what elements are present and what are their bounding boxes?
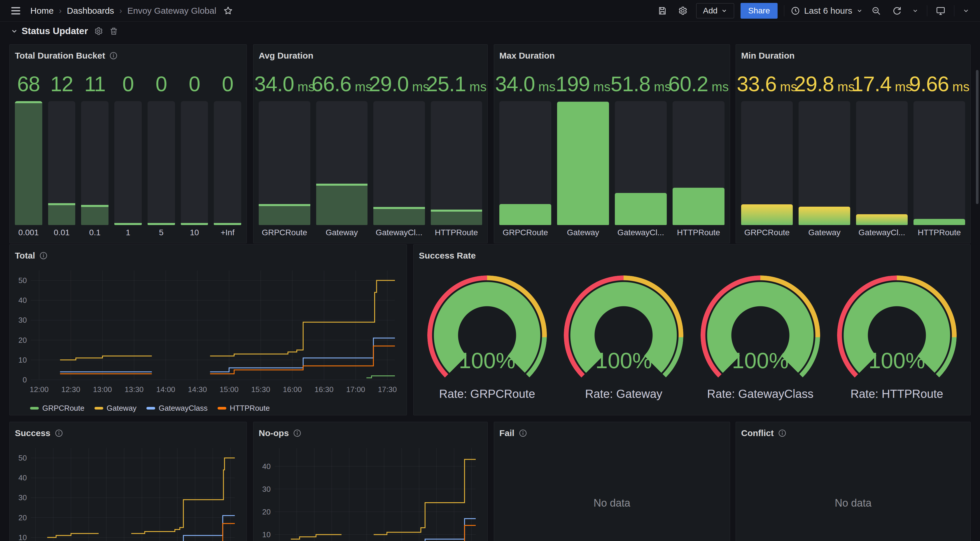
scrollbar-thumb[interactable] [976, 70, 978, 204]
gauge-value-arc [837, 276, 957, 395]
gauge-cell: 100%Rate: Gateway [555, 265, 692, 411]
bar-track [115, 101, 142, 225]
bar-value: 25.1ms [431, 67, 482, 97]
legend-item-grpcroute[interactable]: GRPCRoute [30, 404, 84, 413]
bar-value: 34.0ms [500, 67, 551, 97]
share-button[interactable]: Share [741, 3, 778, 19]
row-settings-gear-icon[interactable] [94, 27, 103, 36]
bar-category-label: 0.001 [15, 225, 42, 238]
panel-header[interactable]: Total Duration Bucket [15, 49, 241, 63]
chart-canvas: 12:0012:3013:0013:3014:0014:3015:0015:30… [259, 441, 482, 541]
zoom-out-icon[interactable] [869, 4, 883, 18]
x-axis-tick-label: 12:30 [61, 385, 80, 394]
panel-title: Success [15, 428, 51, 438]
bar-category-label: 0.1 [81, 225, 108, 238]
info-icon[interactable] [109, 51, 118, 60]
time-range-picker[interactable]: Last 6 hours [791, 6, 863, 16]
gauge-row: 100%Rate: GRPCRoute100%Rate: Gateway100%… [419, 265, 965, 411]
divider [927, 5, 927, 16]
panel-title: Total Duration Bucket [15, 51, 105, 60]
panel-header[interactable]: Success [15, 426, 241, 440]
row-delete-trash-icon[interactable] [109, 27, 118, 36]
bar-track [148, 101, 175, 225]
add-button[interactable]: Add [696, 3, 734, 18]
refresh-interval-chevron-icon[interactable] [910, 4, 921, 18]
refresh-icon[interactable] [889, 4, 904, 18]
bar-value: 60.2ms [673, 67, 724, 97]
panel-avg-duration: Avg Duration 34.0msGRPCRoute66.6msGatewa… [253, 44, 488, 243]
breadcrumb-dashboards[interactable]: Dashboards [67, 6, 114, 16]
legend-item-httproute[interactable]: HTTPRoute [218, 404, 270, 413]
divider [784, 5, 784, 16]
toolbar-collapse-chevron-icon[interactable] [961, 4, 971, 18]
y-axis-tick-label: 0 [23, 376, 27, 384]
info-icon[interactable] [778, 429, 787, 438]
info-icon[interactable] [54, 429, 63, 438]
x-axis-tick-label: 13:30 [124, 385, 143, 394]
info-icon[interactable] [293, 429, 302, 438]
gauge: 100% [837, 276, 957, 395]
bar-fill [500, 204, 551, 225]
bar-track [557, 101, 609, 225]
bar-fill [799, 207, 850, 225]
bar-fill [148, 223, 175, 225]
panel-success-rate: Success Rate 100%Rate: GRPCRoute100%Rate… [413, 244, 970, 416]
panel-header[interactable]: Conflict [741, 426, 965, 440]
row-header: Status Updater [11, 25, 118, 36]
gauge-value: 100% [701, 348, 820, 373]
bar-track [913, 101, 965, 225]
star-icon[interactable] [222, 5, 234, 17]
legend-label: Gateway [107, 404, 137, 413]
panel-header[interactable]: Avg Duration [259, 49, 482, 63]
legend-label: GRPCRoute [42, 404, 84, 413]
bar-track [500, 101, 551, 225]
save-dashboard-icon[interactable] [655, 4, 670, 18]
divider [954, 5, 955, 16]
panel-header[interactable]: Max Duration [500, 49, 724, 63]
bar-value-number: 60.2 [668, 72, 708, 96]
info-icon[interactable] [519, 429, 527, 438]
bar-category-label: HTTPRoute [431, 225, 482, 238]
breadcrumb-separator: › [119, 6, 122, 16]
bar-value-number: 29.0 [369, 72, 409, 96]
panel-header[interactable]: Success Rate [419, 249, 965, 263]
breadcrumb-home[interactable]: Home [30, 6, 54, 16]
chart-legend: GRPCRouteGatewayGatewayClassHTTPRoute [15, 404, 401, 413]
info-icon[interactable] [39, 251, 48, 260]
bar-gauge-column: 51.8msGatewayCl... [615, 67, 667, 238]
row-toggle[interactable]: Status Updater [11, 25, 88, 36]
legend-item-gateway[interactable]: Gateway [94, 404, 137, 413]
bar-gauge-column: 199msGateway [557, 67, 609, 238]
bar-category-label: 0.01 [48, 225, 76, 238]
bar-gauge: 34.0msGRPCRoute66.6msGateway29.0msGatewa… [259, 67, 482, 238]
row-title-label: Status Updater [22, 25, 88, 36]
panel-header[interactable]: Total [15, 249, 401, 263]
bar-value: 11 [81, 67, 108, 97]
x-axis-tick-label: 14:30 [188, 385, 207, 394]
bar-track [214, 101, 241, 225]
bar-fill [557, 102, 609, 225]
dashboard-settings-icon[interactable] [676, 4, 690, 18]
y-axis-tick-label: 10 [18, 533, 27, 541]
panel-total: Total 12:0012:3013:0013:3014:0014:3015:0… [10, 244, 407, 416]
gauge-cell: 100%Rate: GRPCRoute [419, 265, 555, 411]
bar-gauge-column: 34.0msGRPCRoute [259, 67, 310, 238]
bar-gauge-column: 01 [115, 67, 142, 238]
panel-header[interactable]: Fail [500, 426, 724, 440]
panel-title: Avg Duration [259, 51, 313, 60]
bar-track [673, 101, 724, 225]
panel-header[interactable]: Min Duration [741, 49, 965, 63]
bar-fill [115, 223, 142, 225]
legend-item-gatewayclass[interactable]: GatewayClass [146, 404, 208, 413]
x-axis-tick-label: 12:00 [30, 385, 49, 394]
gauge: 100% [701, 276, 820, 395]
panel-total-duration-bucket: Total Duration Bucket 680.001120.01110.1… [10, 44, 247, 243]
menu-icon[interactable] [9, 4, 23, 18]
kiosk-mode-icon[interactable] [934, 4, 948, 18]
panel-title: Max Duration [500, 51, 555, 60]
bar-category-label: GatewayCl... [373, 225, 425, 238]
gauge-value: 100% [564, 348, 683, 373]
bar-category-label: GatewayCl... [856, 225, 908, 238]
bar-category-label: 5 [148, 225, 175, 238]
panel-header[interactable]: No-ops [259, 426, 482, 440]
